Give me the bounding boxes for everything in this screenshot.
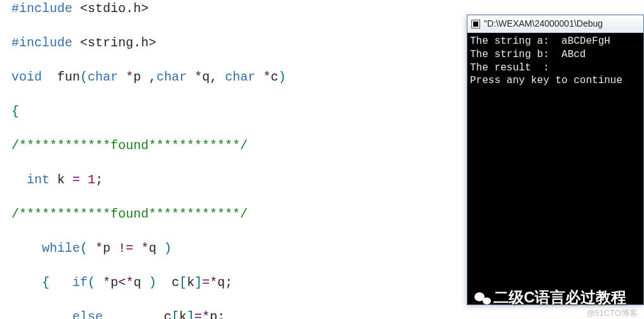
code-token: * [202,309,210,319]
code-token: char [88,70,118,84]
code-token: ) [164,241,171,256]
code-token: * [126,70,133,84]
code-token: /************found************/ [11,207,248,221]
code-token: q [202,70,210,84]
code-token [156,275,171,290]
code-token: <string.h> [80,36,156,50]
code-token: * [141,241,149,256]
code-token: while [42,241,80,256]
code-token: <stdio.h> [80,1,149,16]
code-token [11,309,72,319]
code-token [111,241,118,256]
code-token: char [156,70,187,84]
console-line: The result : [470,62,641,75]
code-token: c [271,70,278,84]
code-token: #include [11,36,80,50]
code-token [95,275,103,290]
console-line: The string a: aBCDeFgH [470,35,641,48]
code-token: #include [11,1,80,16]
code-token: * [126,275,133,290]
code-token: q [133,275,141,290]
code-token: * [210,275,217,290]
code-token: ; [217,309,225,319]
console-line: Press any key to continue [470,74,641,88]
code-token [50,173,57,187]
code-token [11,275,42,290]
code-token [50,275,72,290]
code-token: ) [278,70,286,84]
code-token: /************found************/ [11,138,248,153]
code-token: k [57,173,65,187]
code-token: ( [80,70,88,84]
code-token: void [11,70,42,84]
code-token [80,173,88,187]
code-token [141,275,149,290]
console-titlebar[interactable]: "D:\WEXAM\24000001\Debug [467,15,643,33]
code-token [88,241,95,256]
code-token [42,70,57,84]
code-token: q [149,241,156,256]
code-token [65,173,72,187]
code-token [255,70,263,84]
code-token: = [202,275,210,290]
code-token [133,241,141,256]
code-token: { [11,104,19,119]
code-line[interactable]: else c[k]=*p; [11,308,644,319]
code-token: , [149,70,156,84]
code-token: != [118,241,133,256]
code-token: { [42,275,50,290]
console-title-text: "D:\WEXAM\24000001\Debug [484,18,603,30]
code-token [118,70,126,84]
code-token: ] [194,275,202,290]
code-token [156,241,164,256]
code-token: p [133,70,149,84]
code-token: ( [88,275,95,290]
code-token: , [210,70,225,84]
code-token: ; [225,275,232,290]
code-token: * [103,275,111,290]
code-token: * [194,70,202,84]
code-token: ] [187,309,194,319]
code-token: c [164,309,171,319]
code-token: p [103,241,111,256]
code-token [103,309,164,319]
code-token: ) [149,275,156,290]
code-token: c [171,275,179,290]
console-window[interactable]: "D:\WEXAM\24000001\Debug The string a: a… [467,15,644,305]
code-token: k [187,275,194,290]
code-token: 1 [88,173,95,187]
code-token: char [225,70,255,84]
code-token: [ [171,309,179,319]
code-token: else [72,309,103,319]
code-token: fun [57,70,80,84]
code-token: [ [179,275,187,290]
code-token: q [217,275,225,290]
code-token: k [179,309,187,319]
code-token: = [72,173,80,187]
code-token: p [111,275,118,290]
code-token: if [72,275,88,290]
code-token [11,173,27,187]
code-token: ( [80,241,88,256]
code-token: * [263,70,271,84]
code-token: = [194,309,202,319]
code-token [187,70,194,84]
console-line: The string b: ABcd [470,48,641,62]
code-token: p [210,309,217,319]
code-token [11,241,42,256]
code-token: < [118,275,126,290]
code-token: ; [95,173,103,187]
console-output[interactable]: The string a: aBCDeFgHThe string b: ABcd… [467,33,643,304]
code-token: int [27,173,50,187]
console-app-icon [471,20,480,29]
code-token: * [95,241,103,256]
